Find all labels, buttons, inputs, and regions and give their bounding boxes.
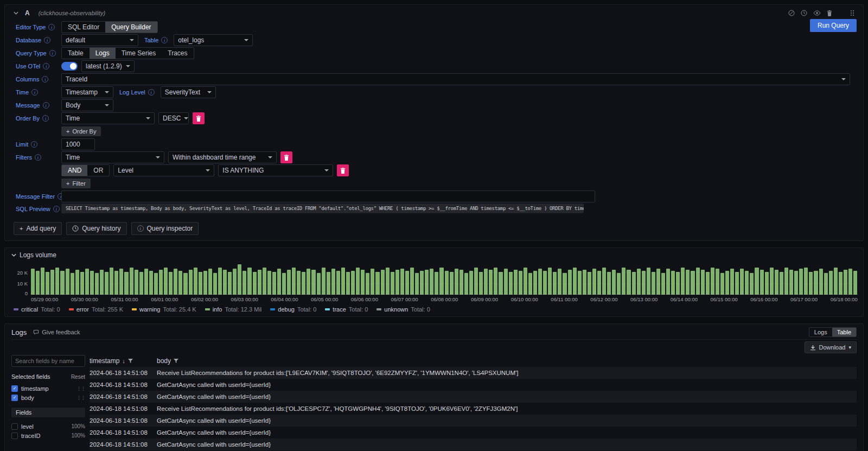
query-type-toggle-traces[interactable]: Traces [162,48,193,59]
volume-bar [775,270,778,295]
legend-swatch [376,308,381,310]
use-otel-toggle[interactable] [61,62,78,71]
filter-funnel-icon[interactable] [174,359,178,364]
logs-view-toggle-logs[interactable]: Logs [809,328,832,336]
log-row[interactable]: 2024-06-18 14:51:08Receive ListRecommend… [90,367,857,379]
remove-filter-button[interactable] [280,151,292,163]
query-inspector-button[interactable]: Query inspector [131,222,199,235]
table-select[interactable]: otel_logs [174,34,253,46]
add-filter-button[interactable]: + Filter [61,179,91,188]
checkbox-unchecked[interactable] [11,423,18,430]
drag-handle-icon[interactable]: ⋮⋮ [76,395,85,401]
disable-query-icon[interactable] [788,10,795,16]
info-icon[interactable] [35,154,41,161]
history-icon[interactable] [801,10,807,16]
filter-field-select[interactable]: Time [61,151,164,163]
volume-bar [130,268,133,295]
info-icon[interactable] [49,50,56,56]
legend-item-critical[interactable]: criticalTotal: 0 [14,306,60,313]
log-row[interactable]: 2024-06-18 14:51:08GetCartAsync called w… [90,379,857,391]
body-column-header[interactable]: body [157,357,857,365]
checkbox-checked[interactable]: ✓ [11,395,18,401]
info-icon[interactable] [44,37,50,43]
timestamp-column-header[interactable]: timestamp ↓ [90,357,157,365]
remove-order-by-button[interactable] [193,112,205,124]
query-history-button[interactable]: Query history [66,222,126,235]
remove-filter2-button[interactable] [337,164,349,176]
legend-item-info[interactable]: infoTotal: 12.3 Mil [205,306,262,313]
time-column-select[interactable]: Timestamp [61,86,113,98]
legend-item-warning[interactable]: warningTotal: 25.4 K [132,306,196,313]
give-feedback-link[interactable]: Give feedback [33,329,80,335]
info-icon[interactable] [43,102,49,109]
volume-bar [602,268,606,295]
query-type-toggle-time-series[interactable]: Time Series [116,48,162,59]
query-type-toggle-table[interactable]: Table [62,48,90,59]
limit-row: Limit [11,138,857,150]
add-query-button[interactable]: + Add query [14,222,62,235]
query-type-toggle-logs[interactable]: Logs [90,48,116,59]
editor-type-toggle-sql-editor[interactable]: SQL Editor [62,22,105,33]
add-order-by-button[interactable]: + Order By [61,126,101,136]
info-icon[interactable] [31,141,37,148]
gridline [31,272,858,273]
database-select[interactable]: default [61,34,138,46]
collapse-query-icon[interactable] [14,11,18,15]
reset-fields-button[interactable]: Reset [71,374,85,380]
filter-operator-select[interactable]: Within dashboard time range [168,151,277,163]
add-query-label: Add query [26,225,56,232]
limit-input[interactable] [61,138,95,150]
volume-bar [381,270,385,295]
log-row[interactable]: 2024-06-18 14:51:08GetCartAsync called w… [90,439,857,450]
legend-item-trace[interactable]: traceTotal: 0 [325,306,368,313]
download-label: Download [819,344,846,351]
otel-version-select[interactable]: latest (1.2.9) [81,60,135,72]
sort-desc-icon[interactable]: ↓ [122,358,125,364]
bool-operator-toggle-or[interactable]: OR [87,165,109,176]
info-icon[interactable] [43,63,49,69]
bool-operator-toggle-and[interactable]: AND [62,165,87,176]
log-row[interactable]: 2024-06-18 14:51:08GetCartAsync called w… [90,391,857,403]
checkbox-checked[interactable]: ✓ [11,385,18,392]
eye-icon[interactable] [813,10,821,16]
log-row[interactable]: 2024-06-18 14:51:08Receive ListRecommend… [90,403,857,415]
collapse-panel-icon[interactable] [11,253,16,257]
info-icon[interactable] [53,206,60,212]
columns-label-text: Columns [16,76,39,82]
logs-view-toggle-table[interactable]: Table [832,328,856,336]
log-level-select[interactable]: SeverityText [161,86,216,98]
download-button[interactable]: Download ▾ [805,341,857,353]
order-by-field-select[interactable]: Time [61,112,155,124]
legend-item-debug[interactable]: debugTotal: 0 [270,306,316,313]
message-column-select[interactable]: Body [61,99,113,111]
info-icon[interactable] [31,89,38,96]
info-icon[interactable] [148,89,155,96]
volume-bar [834,268,838,295]
log-row[interactable]: 2024-06-18 14:51:08GetCartAsync called w… [90,427,857,439]
info-icon[interactable] [161,37,168,43]
remove-query-icon[interactable] [827,10,832,16]
plus-circle-icon: + [66,180,69,187]
volume-bar [514,270,518,295]
checkbox-unchecked[interactable] [11,433,18,439]
legend-item-unknown[interactable]: unknownTotal: 0 [376,306,430,313]
chevron-down-icon [105,104,109,106]
add-filter-row: + Filter [11,177,857,189]
legend-item-error[interactable]: errorTotal: 255 K [69,306,123,313]
filter2-field-select[interactable]: Level [113,164,214,176]
search-fields-input[interactable] [11,355,85,367]
info-icon[interactable] [48,24,55,30]
drag-handle-icon[interactable]: ⋮⋮ [76,386,85,391]
filter2-operator-select[interactable]: IS ANYTHING [218,164,333,176]
filter-funnel-icon[interactable] [128,359,133,364]
order-direction-select[interactable]: DESC [158,112,189,124]
volume-bar [356,268,360,295]
info-icon[interactable] [42,76,48,82]
log-row[interactable]: 2024-06-18 14:51:08GetCartAsync called w… [90,415,857,427]
editor-type-toggle-query-builder[interactable]: Query Builder [105,22,157,33]
message-filter-input[interactable] [61,190,595,202]
run-query-button[interactable]: Run Query [810,19,857,32]
info-icon[interactable] [42,115,49,122]
drag-handle-icon[interactable] [850,10,854,16]
columns-multiselect[interactable]: TraceId [61,73,850,85]
